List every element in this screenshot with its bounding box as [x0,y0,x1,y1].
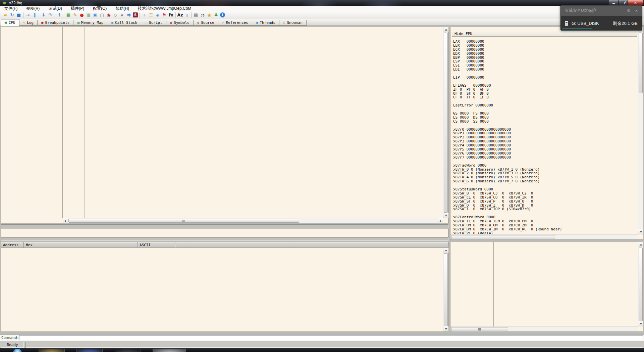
scroll-down-arrow[interactable] [638,229,643,234]
bookmarks-icon[interactable]: ⚑ [161,12,168,18]
run-to-return-icon[interactable]: ↑ [56,12,63,18]
registers-vscrollbar[interactable] [638,27,643,234]
tab-references[interactable]: ⌕References [218,20,252,26]
cpu-icon[interactable]: ▦ [65,12,72,18]
disassembly-sidebar[interactable] [1,27,63,218]
pause-icon[interactable]: ∥ [31,12,38,18]
breakpoints-icon[interactable]: ● [78,12,85,18]
menu-item-file[interactable]: 文件(F) [0,6,22,11]
disassembly-vscrollbar[interactable] [443,27,448,218]
font-az-icon[interactable]: Az [177,12,183,18]
column-divider[interactable] [85,27,85,218]
references-icon[interactable]: ⌕ [119,12,125,18]
scroll-down-arrow[interactable] [443,326,448,332]
scroll-up-arrow[interactable] [638,242,643,247]
tab-log[interactable]: ✎Log [19,20,38,26]
column-divider[interactable] [143,27,143,218]
snowman-icon[interactable]: S [133,12,138,17]
column-divider[interactable] [237,27,237,218]
vscroll-thumb[interactable] [444,253,448,326]
tab-threads[interactable]: ⇉Threads [252,20,279,26]
vscroll-thumb[interactable] [444,33,448,213]
gear-icon[interactable]: ⚙ [627,8,631,13]
disassembly-panel[interactable] [1,27,448,223]
call-stack-icon[interactable]: ▣ [92,12,99,18]
calculator-icon[interactable]: ▦ [193,12,199,18]
patch-icon[interactable]: + [141,12,148,18]
title-bar[interactable]: ✱ x32dbg [0,0,644,6]
run-icon[interactable]: → [24,12,31,18]
scroll-right-arrow[interactable] [438,218,443,223]
clock-icon[interactable]: ◔ [199,12,206,18]
menu-item-forum[interactable]: 技术论坛:WwW.JmpOep.CoM [133,6,196,11]
scroll-left-arrow[interactable] [63,218,68,223]
column-divider[interactable] [493,242,494,326]
menu-item-plugins[interactable]: 插件(P) [66,6,89,11]
info-icon[interactable]: i [220,12,225,17]
registers-hscrollbar[interactable] [450,234,638,239]
dump-vscrollbar[interactable] [443,248,448,332]
comments-icon[interactable]: ☰ [148,12,154,18]
menu-item-help[interactable]: 帮助(H) [111,6,133,11]
tab-call-stack[interactable]: ▣Call Stack [107,20,141,26]
tab-snowman[interactable]: ☃Snowman [279,20,307,26]
mascot-icon[interactable]: ♣ [213,12,219,18]
log-icon[interactable]: ✎ [72,12,78,18]
register-line [453,80,637,84]
scroll-down-arrow[interactable] [443,213,448,218]
dump-column-header-ascii[interactable]: ASCII [138,242,175,248]
function-fx-icon[interactable]: fx [168,12,174,18]
hide-fpu-button[interactable]: Hide FPU [452,31,637,37]
stack-panel[interactable] [450,242,643,332]
splitter-handle[interactable] [1,238,448,241]
dump-panel[interactable]: AddressHexASCII [1,242,448,332]
taskbar-button[interactable] [115,349,141,352]
taskbar-button[interactable] [76,349,103,352]
hscroll-thumb[interactable] [451,327,508,331]
menu-item-view[interactable]: 视图(V) [22,6,44,11]
tab-script[interactable]: ▢Script [141,20,166,26]
disassembly-hscrollbar[interactable] [63,218,443,223]
hscroll-thumb[interactable] [68,219,299,223]
coins-icon[interactable]: ◉ [206,12,213,18]
tab-symbols[interactable]: ◉Symbols [166,20,194,26]
register-line: x87TagWord 0000 [453,164,637,168]
stack-vscrollbar[interactable] [638,242,643,326]
scroll-up-arrow[interactable] [443,248,448,253]
command-input[interactable] [19,335,643,340]
taskbar-button[interactable] [39,349,65,352]
memory-map-icon[interactable]: ▥ [85,12,92,18]
stop-icon[interactable]: ■ [15,12,22,18]
step-over-icon[interactable]: ↷ [47,12,54,18]
scroll-up-arrow[interactable] [443,27,448,32]
symbols-icon[interactable]: ◉ [105,12,112,18]
restart-icon[interactable]: ↻ [9,12,15,18]
tab-cpu[interactable]: ▦CPU [1,19,19,26]
vscroll-thumb[interactable] [639,33,643,93]
source-icon[interactable]: ◇ [112,12,119,18]
hscroll-thumb[interactable] [451,235,555,239]
tab-memory-map[interactable]: ▥Memory Map [73,20,107,26]
menu-item-options[interactable]: 配置(O) [89,6,111,11]
tab-breakpoints[interactable]: ●Breakpoints [38,20,73,26]
popup-close-icon[interactable]: × [635,9,638,13]
threads-icon[interactable]: ⇉ [125,12,132,18]
vscroll-thumb[interactable] [639,248,643,321]
labels-icon[interactable]: ◈ [154,12,161,18]
start-button[interactable] [13,348,22,352]
dump-column-header-address[interactable]: Address [1,242,24,248]
taskbar-button[interactable] [153,349,186,352]
tab-source[interactable]: ◇Source [194,20,218,26]
registers-view[interactable]: EAX 00000000EBX 00000000ECX 00000000EDX … [453,40,637,234]
dump-column-header-hex[interactable]: Hex [24,242,138,248]
step-into-icon[interactable]: ↓ [40,12,47,18]
menu-item-debug[interactable]: 调试(D) [44,6,66,11]
scroll-down-arrow[interactable] [638,321,643,326]
handheld-icon[interactable]: ▯ [183,12,190,18]
column-divider[interactable] [472,242,472,326]
splitter-handle[interactable] [1,224,448,228]
dump-column-header-rest[interactable] [175,242,448,248]
stack-hscrollbar[interactable] [450,326,638,332]
script-icon[interactable]: ▢ [99,12,105,18]
open-file-icon[interactable]: ▰ [2,12,9,18]
